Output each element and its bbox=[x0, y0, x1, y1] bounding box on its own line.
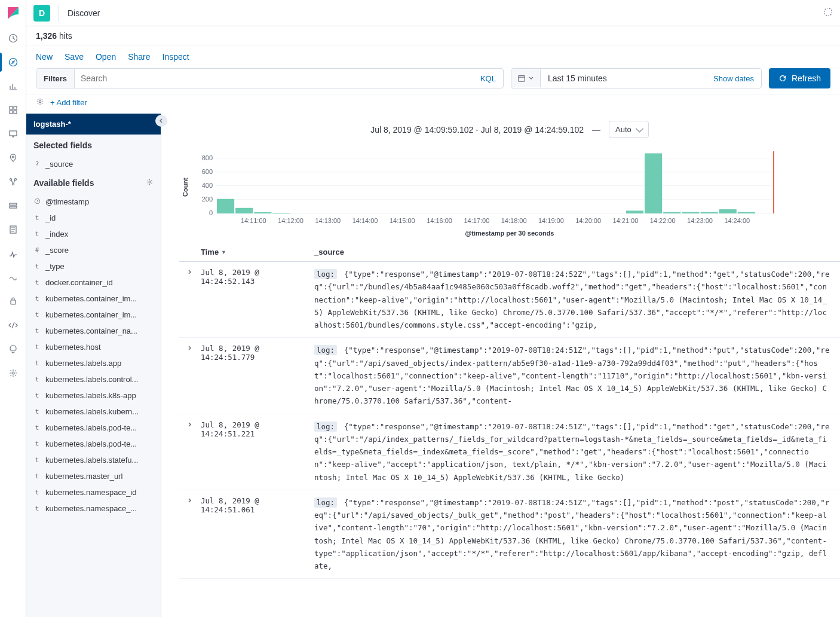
field-item[interactable]: tkubernetes.container_na... bbox=[26, 323, 161, 339]
filter-settings-icon[interactable] bbox=[36, 97, 44, 108]
nav-recent-icon[interactable] bbox=[0, 26, 26, 50]
field-item[interactable]: tkubernetes.master_url bbox=[26, 468, 161, 484]
field-item[interactable]: ?_source bbox=[26, 156, 161, 172]
inspect-button[interactable]: Inspect bbox=[163, 52, 189, 62]
field-name: kubernetes.labels.pod-te... bbox=[45, 423, 137, 432]
selected-fields-title: Selected fields bbox=[26, 135, 161, 156]
field-type-icon: t bbox=[33, 456, 41, 464]
nav-visualize-icon[interactable] bbox=[0, 74, 26, 98]
fields-settings-icon[interactable] bbox=[146, 178, 154, 188]
svg-text:14:22:00: 14:22:00 bbox=[650, 217, 676, 224]
svg-text:14:20:00: 14:20:00 bbox=[575, 217, 601, 224]
field-item[interactable]: @timestamp bbox=[26, 194, 161, 210]
nav-infra-icon[interactable] bbox=[0, 194, 26, 218]
save-button[interactable]: Save bbox=[65, 52, 84, 62]
filters-label[interactable]: Filters bbox=[36, 69, 75, 88]
field-item[interactable]: tkubernetes.labels.pod-te... bbox=[26, 436, 161, 452]
field-item[interactable]: tdocker.container_id bbox=[26, 274, 161, 291]
field-name: _id bbox=[45, 213, 56, 222]
field-item[interactable]: tkubernetes.labels.pod-te... bbox=[26, 420, 161, 436]
field-name: kubernetes.container_im... bbox=[45, 310, 137, 319]
field-item[interactable]: tkubernetes.namespace_... bbox=[26, 500, 161, 517]
expand-row-icon[interactable] bbox=[179, 420, 201, 484]
col-time-header[interactable]: Time▼ bbox=[201, 248, 314, 256]
field-name: kubernetes.labels.k8s-app bbox=[45, 391, 136, 400]
svg-rect-17 bbox=[519, 76, 525, 82]
topbar: D Discover bbox=[26, 0, 840, 26]
svg-rect-12 bbox=[10, 206, 17, 208]
svg-text:14:21:00: 14:21:00 bbox=[613, 217, 639, 224]
share-button[interactable]: Share bbox=[128, 52, 150, 62]
date-range-text[interactable]: Last 15 minutes bbox=[541, 74, 706, 83]
interval-select[interactable]: Auto bbox=[609, 121, 649, 138]
svg-text:0: 0 bbox=[209, 209, 213, 216]
nav-devtools-icon[interactable] bbox=[0, 313, 26, 337]
histogram-chart[interactable]: 020040060080014:11:0014:12:0014:13:0014:… bbox=[191, 148, 777, 225]
expand-row-icon[interactable] bbox=[179, 268, 201, 331]
field-type-icon: t bbox=[33, 279, 41, 286]
dash-separator: — bbox=[592, 125, 600, 135]
show-dates-link[interactable]: Show dates bbox=[706, 74, 761, 83]
field-name: kubernetes.labels.statefu... bbox=[45, 456, 138, 465]
field-item[interactable]: t_type bbox=[26, 258, 161, 274]
field-item[interactable]: tkubernetes.labels.app bbox=[26, 355, 161, 371]
field-item[interactable]: t_id bbox=[26, 210, 161, 226]
expand-row-icon[interactable] bbox=[179, 496, 201, 573]
kibana-logo[interactable] bbox=[0, 0, 26, 26]
field-type-icon: t bbox=[33, 375, 41, 383]
nav-siem-icon[interactable] bbox=[0, 289, 26, 313]
svg-rect-14 bbox=[11, 300, 16, 304]
refresh-button[interactable]: Refresh bbox=[769, 68, 830, 88]
expand-row-icon[interactable] bbox=[179, 344, 201, 407]
field-name: kubernetes.namespace_id bbox=[45, 488, 137, 497]
field-item[interactable]: tkubernetes.container_im... bbox=[26, 307, 161, 323]
field-type-icon: t bbox=[33, 262, 41, 270]
log-tag: log: bbox=[314, 497, 337, 508]
nav-dashboard-icon[interactable] bbox=[0, 98, 26, 122]
field-item[interactable]: tkubernetes.labels.control... bbox=[26, 371, 161, 387]
nav-ml-icon[interactable] bbox=[0, 170, 26, 194]
nav-uptime-icon[interactable] bbox=[0, 265, 26, 289]
field-item[interactable]: #_score bbox=[26, 242, 161, 258]
field-item[interactable]: tkubernetes.namespace_id bbox=[26, 484, 161, 500]
field-type-icon: # bbox=[33, 246, 41, 254]
add-filter-link[interactable]: + Add filter bbox=[50, 98, 87, 107]
chart-ylabel: Count bbox=[179, 148, 191, 227]
field-name: kubernetes.labels.pod-te... bbox=[45, 439, 137, 448]
nav-apm-icon[interactable] bbox=[0, 242, 26, 265]
nav-management-icon[interactable] bbox=[0, 361, 26, 385]
svg-rect-33 bbox=[254, 212, 271, 213]
col-source-header[interactable]: _source bbox=[314, 248, 840, 256]
index-pattern-selector[interactable]: logstash-* bbox=[26, 114, 161, 135]
svg-point-19 bbox=[149, 181, 151, 183]
table-row: Jul 8, 2019 @ 14:24:51.061log: {"type":"… bbox=[179, 490, 840, 579]
collapse-sidebar-icon[interactable] bbox=[155, 115, 167, 127]
date-picker: Last 15 minutes Show dates bbox=[511, 68, 762, 88]
help-icon[interactable] bbox=[823, 7, 833, 19]
nav-logs-icon[interactable] bbox=[0, 218, 26, 242]
field-item[interactable]: tkubernetes.labels.k8s-app bbox=[26, 387, 161, 404]
field-type-icon: ? bbox=[33, 160, 41, 168]
field-item[interactable]: tkubernetes.host bbox=[26, 339, 161, 355]
nav-canvas-icon[interactable] bbox=[0, 122, 26, 146]
available-fields-title: Available fields bbox=[26, 172, 161, 194]
svg-rect-34 bbox=[272, 213, 290, 213]
field-item[interactable]: tkubernetes.labels.statefu... bbox=[26, 452, 161, 468]
field-item[interactable]: t_index bbox=[26, 226, 161, 242]
svg-rect-36 bbox=[645, 153, 662, 213]
field-item[interactable]: tkubernetes.container_im... bbox=[26, 291, 161, 307]
svg-rect-5 bbox=[14, 111, 17, 114]
field-item[interactable]: tkubernetes.labels.kubern... bbox=[26, 404, 161, 420]
nav-maps-icon[interactable] bbox=[0, 146, 26, 170]
field-name: kubernetes.container_im... bbox=[45, 294, 137, 303]
calendar-icon[interactable] bbox=[511, 69, 541, 87]
nav-monitoring-icon[interactable] bbox=[0, 337, 26, 361]
field-type-icon: t bbox=[33, 311, 41, 319]
open-button[interactable]: Open bbox=[96, 52, 116, 62]
kql-toggle[interactable]: KQL bbox=[473, 74, 503, 83]
field-type-icon: t bbox=[33, 327, 41, 335]
nav-discover-icon[interactable] bbox=[0, 50, 26, 74]
svg-rect-35 bbox=[626, 210, 643, 213]
new-button[interactable]: New bbox=[36, 52, 53, 62]
search-input[interactable] bbox=[75, 69, 473, 88]
